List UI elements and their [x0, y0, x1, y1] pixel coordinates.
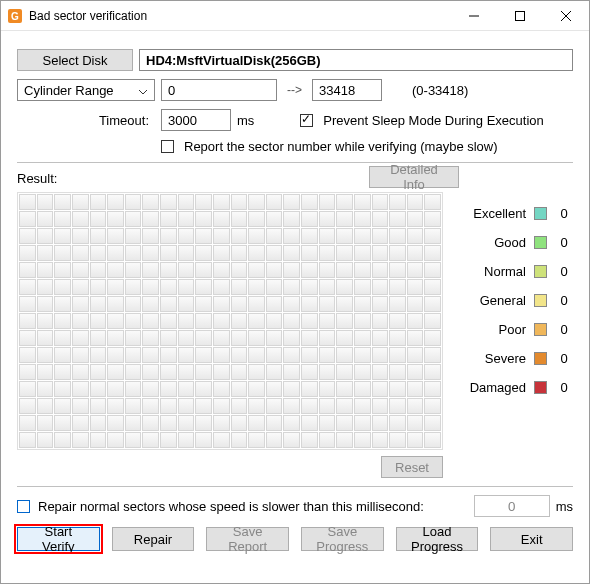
minimize-button[interactable] [451, 1, 497, 30]
sector-cell [142, 313, 159, 329]
sector-cell [354, 415, 371, 431]
sector-cell [90, 381, 107, 397]
sector-cell [407, 228, 424, 244]
sector-cell [319, 279, 336, 295]
sector-cell [336, 245, 353, 261]
sector-cell [160, 415, 177, 431]
sector-cell [336, 347, 353, 363]
save-report-button[interactable]: Save Report [206, 527, 289, 551]
sector-cell [389, 279, 406, 295]
save-progress-button[interactable]: Save Progress [301, 527, 384, 551]
range-mode-select[interactable]: Cylinder Range [17, 79, 155, 101]
selected-disk-display: HD4:MsftVirtualDisk(256GB) [139, 49, 573, 71]
maximize-button[interactable] [497, 1, 543, 30]
sector-cell [266, 415, 283, 431]
repair-slow-label: Repair normal sectors whose speed is slo… [38, 499, 424, 514]
sector-cell [90, 279, 107, 295]
sector-cell [213, 313, 230, 329]
reset-button[interactable]: Reset [381, 456, 443, 478]
sector-cell [19, 279, 36, 295]
sector-cell [125, 398, 142, 414]
sector-cell [160, 211, 177, 227]
sector-cell [19, 194, 36, 210]
sector-cell [160, 296, 177, 312]
close-button[interactable] [543, 1, 589, 30]
sector-cell [37, 432, 54, 448]
sector-cell [389, 296, 406, 312]
sector-cell [336, 398, 353, 414]
sector-cell [248, 364, 265, 380]
sector-cell [407, 432, 424, 448]
sector-cell [90, 398, 107, 414]
sector-cell [248, 398, 265, 414]
sector-cell [372, 262, 389, 278]
detailed-info-button[interactable]: Detailed Info [369, 166, 459, 188]
legend-swatch [534, 323, 547, 336]
legend-swatch [534, 294, 547, 307]
sector-cell [195, 415, 212, 431]
sector-cell [72, 194, 89, 210]
sector-cell [266, 313, 283, 329]
sector-cell [407, 415, 424, 431]
range-end-input[interactable] [312, 79, 382, 101]
sector-cell [266, 262, 283, 278]
legend-count: 0 [555, 235, 573, 250]
sector-cell [72, 398, 89, 414]
exit-button[interactable]: Exit [490, 527, 573, 551]
sector-cell [407, 398, 424, 414]
sector-cell [336, 364, 353, 380]
sector-cell [72, 347, 89, 363]
sector-cell [231, 228, 248, 244]
repair-button[interactable]: Repair [112, 527, 195, 551]
svg-rect-3 [516, 11, 525, 20]
sector-cell [72, 211, 89, 227]
sector-cell [424, 381, 441, 397]
sector-cell [178, 279, 195, 295]
sector-cell [301, 330, 318, 346]
repair-slow-checkbox[interactable] [17, 500, 30, 513]
sector-cell [354, 432, 371, 448]
sector-cell [54, 381, 71, 397]
sector-cell [319, 364, 336, 380]
start-verify-button[interactable]: Start Verify [17, 527, 100, 551]
legend-item: Good0 [457, 235, 573, 250]
timeout-input[interactable] [161, 109, 231, 131]
range-arrow-icon: --> [283, 83, 306, 97]
sector-cell [160, 279, 177, 295]
sector-cell [231, 347, 248, 363]
svg-text:G: G [11, 11, 19, 22]
sector-cell [372, 432, 389, 448]
repair-ms-input[interactable] [474, 495, 550, 517]
sector-cell [424, 279, 441, 295]
prevent-sleep-checkbox[interactable] [300, 114, 313, 127]
sector-cell [160, 330, 177, 346]
sector-cell [90, 296, 107, 312]
sector-cell [248, 347, 265, 363]
sector-cell [178, 398, 195, 414]
sector-cell [301, 279, 318, 295]
sector-cell [90, 211, 107, 227]
legend-count: 0 [555, 380, 573, 395]
select-disk-button[interactable]: Select Disk [17, 49, 133, 71]
sector-cell [372, 228, 389, 244]
sector-cell [19, 313, 36, 329]
sector-cell [283, 415, 300, 431]
sector-cell [125, 262, 142, 278]
range-mode-label: Cylinder Range [24, 83, 114, 98]
sector-cell [301, 381, 318, 397]
sector-cell [266, 432, 283, 448]
load-progress-button[interactable]: Load Progress [396, 527, 479, 551]
sector-cell [72, 415, 89, 431]
sector-cell [195, 262, 212, 278]
sector-cell [160, 228, 177, 244]
sector-cell [231, 262, 248, 278]
prevent-sleep-label: Prevent Sleep Mode During Execution [323, 113, 543, 128]
legend-swatch [534, 352, 547, 365]
range-start-input[interactable] [161, 79, 277, 101]
sector-cell [72, 228, 89, 244]
sector-cell [248, 330, 265, 346]
report-sector-checkbox[interactable] [161, 140, 174, 153]
sector-cell [319, 381, 336, 397]
sector-cell [407, 279, 424, 295]
sector-cell [266, 211, 283, 227]
